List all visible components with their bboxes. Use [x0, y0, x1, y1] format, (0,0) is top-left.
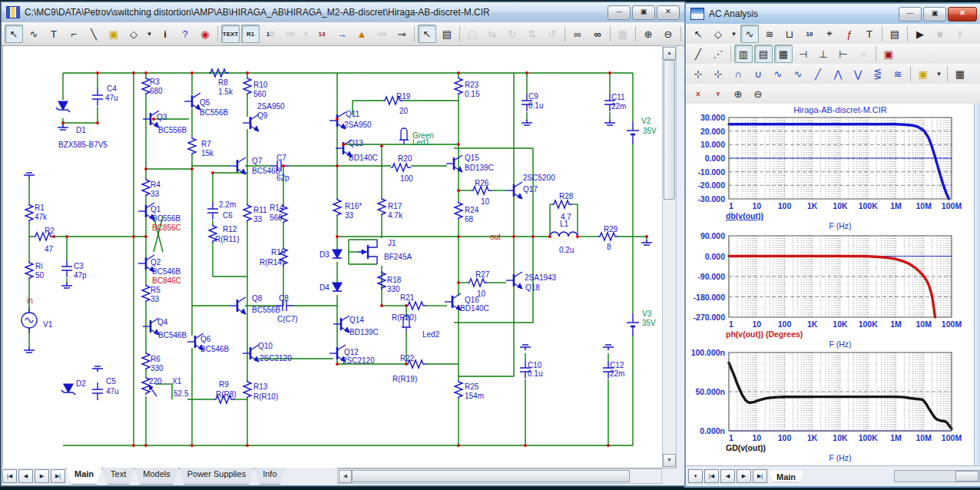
- show-node-voltages-toggle[interactable]: 13: [313, 25, 331, 43]
- ac-cursor-mode-icon[interactable]: ⌖: [820, 25, 839, 43]
- ac-tag-icon[interactable]: ▣: [914, 65, 932, 83]
- flip-horizontal-icon[interactable]: ⇆: [483, 25, 502, 43]
- show-pin-connections-toggle[interactable]: ⊸: [392, 25, 411, 43]
- scroll-up-arrow[interactable]: ▲: [663, 47, 676, 60]
- ac-zoom-out-button[interactable]: ⊖: [749, 84, 767, 103]
- tab-info[interactable]: Info: [254, 468, 285, 485]
- ac-hscroll-thumb[interactable]: [955, 471, 978, 482]
- line-mode-icon[interactable]: ╲: [84, 25, 103, 43]
- close-button[interactable]: ✕: [657, 5, 680, 20]
- wire-mode-icon[interactable]: ∿: [25, 25, 43, 43]
- ac-tab-nav-last[interactable]: ▶|: [753, 469, 767, 483]
- ac-cursor-right-icon[interactable]: ⊥: [814, 45, 833, 63]
- ac-align-cursors-icon[interactable]: ≈: [854, 45, 872, 63]
- tab-text[interactable]: Text: [102, 468, 134, 485]
- enable-disable-icon[interactable]: ◉: [196, 25, 214, 43]
- ac-go-bundle-icon[interactable]: ⋚: [869, 65, 887, 83]
- ortho-wire-icon[interactable]: ⌐: [65, 25, 83, 43]
- vip-dropdown[interactable]: ▾: [301, 25, 311, 43]
- scroll-down-arrow[interactable]: ▼: [663, 454, 676, 467]
- ac-grid-vertical-toggle[interactable]: ▥: [734, 45, 753, 63]
- tab-nav-first[interactable]: |◀: [2, 469, 17, 483]
- text-mode-icon[interactable]: T: [45, 25, 63, 43]
- ac-tab-nav-prev[interactable]: ◀: [720, 469, 735, 483]
- plot-area[interactable]: 30.00020.00010.0000.000-10.000-20.000-30…: [686, 104, 980, 466]
- ac-go-global-icon[interactable]: ≋: [889, 65, 907, 83]
- ac-tab-main[interactable]: Main: [768, 471, 804, 482]
- select-tool[interactable]: ↖: [5, 25, 23, 43]
- ac-grid-horizontal-toggle[interactable]: ▤: [754, 45, 773, 63]
- step-icon[interactable]: ↺: [543, 25, 561, 43]
- hscroll-thumb[interactable]: [352, 470, 630, 482]
- zoom-out-button[interactable]: ⊖: [659, 25, 677, 43]
- maximize-button[interactable]: ▣: [632, 5, 655, 20]
- show-currents-toggle[interactable]: →: [333, 25, 351, 43]
- ac-go-valley-icon[interactable]: ∪: [749, 65, 767, 83]
- rotate-icon[interactable]: ↻: [503, 25, 521, 43]
- signal-label[interactable]: db(v(out)): [726, 211, 763, 220]
- ac-auto-scale-x-button[interactable]: X: [689, 84, 707, 103]
- ac-horizontal-cursor-icon[interactable]: ⊹: [689, 65, 707, 83]
- tab-nav-last[interactable]: ▶|: [51, 469, 65, 483]
- ac-stacked-plots-icon[interactable]: ≋: [760, 25, 779, 43]
- shape-dropdown[interactable]: ▾: [144, 25, 154, 43]
- shape-picker-icon[interactable]: ◇: [124, 25, 143, 43]
- flip-vertical-icon[interactable]: ⇅: [523, 25, 541, 43]
- ac-properties-button[interactable]: ▤: [886, 25, 904, 43]
- help-mode-icon[interactable]: ?: [176, 25, 194, 43]
- ac-tab-nav-first[interactable]: |◀: [704, 469, 719, 483]
- ac-go-peak-icon[interactable]: ∩: [729, 65, 747, 83]
- ac-go-high-icon[interactable]: ⋀: [829, 65, 847, 83]
- ac-select-tool[interactable]: ↖: [689, 25, 707, 43]
- ac-line-icon[interactable]: ╱: [689, 45, 707, 63]
- schematic-canvas[interactable]: D1BZX585-B7V5C447uR3680Q5BC556BQ3BC556BR…: [2, 45, 663, 468]
- schematic-vscrollbar[interactable]: ▲ ▼: [662, 45, 677, 468]
- ac-go-slope-icon[interactable]: ╱: [809, 65, 827, 83]
- tab-nav-prev[interactable]: ◀: [18, 469, 33, 483]
- show-conditions-toggle[interactable]: ON: [372, 25, 391, 43]
- tab-models[interactable]: Models: [134, 468, 178, 485]
- tab-power-supplies[interactable]: Power Supplies: [179, 468, 254, 485]
- tab-nav-next[interactable]: ▶: [35, 469, 49, 483]
- show-power-toggle[interactable]: ▲: [353, 25, 371, 43]
- ac-stop-button[interactable]: ■: [931, 25, 949, 43]
- ac-scale-format-icon[interactable]: 10: [800, 25, 819, 43]
- ac-cursor-both-icon[interactable]: ⊢: [834, 45, 853, 63]
- ac-zoom-in-button[interactable]: ⊕: [729, 84, 747, 103]
- show-text-toggle[interactable]: TEXT: [221, 25, 240, 43]
- ac-maximize-button[interactable]: ▣: [923, 7, 946, 22]
- zoom-in-button[interactable]: ⊕: [639, 25, 657, 43]
- ac-tab-nav-next[interactable]: ▶: [737, 469, 751, 483]
- ac-text-icon[interactable]: T: [860, 25, 879, 43]
- ac-close-button[interactable]: ✕: [948, 7, 977, 22]
- ac-tag-dropdown[interactable]: ▾: [934, 65, 944, 83]
- ac-vertical-cursor-icon[interactable]: ⊹: [709, 65, 727, 83]
- ac-polyline-icon[interactable]: ⋰: [709, 45, 727, 63]
- signal-label[interactable]: GD(v(out)): [726, 443, 766, 452]
- ac-minimize-button[interactable]: —: [899, 7, 922, 22]
- ac-cursor-left-icon[interactable]: ⊣: [794, 45, 813, 63]
- find-repeat-button[interactable]: ∞: [588, 25, 607, 43]
- ac-run-button[interactable]: ▶: [911, 25, 929, 43]
- ac-numeric-output-icon[interactable]: ▦: [951, 65, 969, 83]
- ac-auto-scale-y-button[interactable]: Y: [709, 84, 727, 103]
- ac-pause-button[interactable]: ‖: [951, 25, 969, 43]
- window-tile-button[interactable]: ▦: [614, 25, 632, 43]
- ac-titlebar[interactable]: AC Analysis — ▣ ✕: [686, 4, 980, 25]
- properties-button[interactable]: ▤: [438, 25, 456, 43]
- ac-axis-limits-icon[interactable]: ⊔: [780, 25, 799, 43]
- signal-label[interactable]: ph(v(out)) (Degrees): [726, 329, 803, 339]
- minimize-button[interactable]: —: [608, 5, 631, 20]
- ac-go-wave2-icon[interactable]: ∿: [789, 65, 807, 83]
- show-vip-toggle[interactable]: VIP: [281, 25, 300, 43]
- ac-page-dropdown[interactable]: ▾: [688, 469, 703, 483]
- select-region-icon[interactable]: ▢: [463, 25, 482, 43]
- component-mode-icon[interactable]: ▣: [104, 25, 123, 43]
- find-button[interactable]: ∞: [568, 25, 587, 43]
- ac-fx-icon[interactable]: ƒ: [840, 25, 859, 43]
- schematic-hscrollbar[interactable]: ◀: [337, 468, 662, 484]
- point-probe-tool[interactable]: ↖: [418, 25, 436, 43]
- tab-main[interactable]: Main: [66, 468, 102, 485]
- show-attributes-toggle[interactable]: R1: [241, 25, 260, 43]
- ac-go-wave-icon[interactable]: ∿: [769, 65, 787, 83]
